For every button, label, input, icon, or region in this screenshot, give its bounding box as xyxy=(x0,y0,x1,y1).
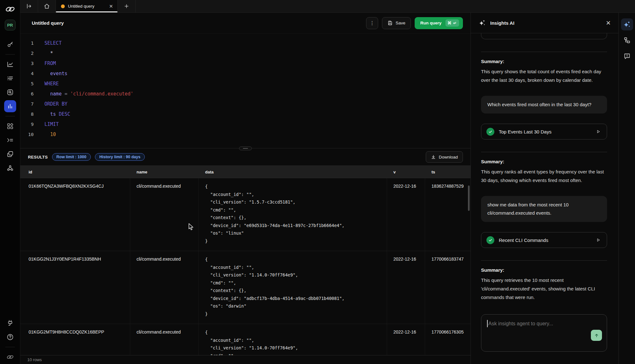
sql-token: LIMIT xyxy=(44,121,59,127)
save-label: Save xyxy=(396,21,405,25)
query-result-card[interactable]: Recent CLI Commands xyxy=(481,232,607,248)
summary-label: Summary: xyxy=(481,59,607,64)
query-icon[interactable] xyxy=(4,100,16,112)
logs-icon[interactable] xyxy=(4,72,16,84)
scrolled-card-bottom xyxy=(481,33,607,39)
run-query-label: Run query xyxy=(420,21,442,25)
sql-line: 1SELECT xyxy=(20,38,471,48)
integrations-icon[interactable] xyxy=(4,317,16,329)
insights-header: Insights AI ✕ xyxy=(471,13,618,33)
save-icon xyxy=(387,20,393,26)
sql-token: FROM xyxy=(44,61,56,66)
sql-code-line: LIMIT xyxy=(38,121,59,127)
summary-text: This query shows the total count of even… xyxy=(481,67,607,84)
sql-token: ts xyxy=(44,111,56,117)
tab-close-icon[interactable]: ✕ xyxy=(109,4,113,9)
sql-line: 4 events xyxy=(20,68,471,79)
conversation-divider xyxy=(481,52,607,52)
cell-data-json: { "account_id": "", "cli_version": "1.14… xyxy=(199,324,387,355)
cell-v: 2022-12-16 xyxy=(387,324,425,355)
table-row[interactable]: 01KGG2MT9H8H8CCDQ0ZK16BEPPcli/command.ex… xyxy=(20,324,471,355)
ask-agent-input[interactable]: Ask insights agent to query... xyxy=(481,314,607,352)
summary-label: Summary: xyxy=(481,159,607,164)
cell-ts: 1770066176305 xyxy=(425,324,471,355)
text-caret xyxy=(487,320,488,327)
schema-tree-tab-icon[interactable] xyxy=(621,34,633,46)
cell-data-json: { "account_id": "", "cli_version": "1.5.… xyxy=(199,178,387,251)
user-message: Which events fired most often in the las… xyxy=(481,96,607,114)
sql-token: DESC xyxy=(56,111,70,117)
query-result-label: Recent CLI Commands xyxy=(499,237,548,243)
user-message: show me data from the most recent 10 cli… xyxy=(481,196,607,222)
table-row[interactable]: 01KGG2N1J3Y0ENP1R4F1335BNHcli/command.ex… xyxy=(20,251,471,324)
results-label: RESULTS xyxy=(28,155,48,159)
sidebar-divider xyxy=(5,116,15,116)
line-number: 3 xyxy=(20,61,38,66)
conversation-divider xyxy=(481,260,607,261)
main-column: Untitled query ✕ Untitled query ⋮ xyxy=(20,0,635,364)
play-icon[interactable] xyxy=(596,129,600,134)
sql-editor[interactable]: 1SELECT2 *3FROM4 events5WHERE6 name = 'c… xyxy=(20,33,471,148)
line-number: 8 xyxy=(20,112,38,117)
line-number: 1 xyxy=(20,41,38,46)
play-icon[interactable] xyxy=(596,238,600,242)
insights-title: Insights AI xyxy=(490,20,514,26)
unsaved-dot-icon xyxy=(61,4,65,8)
sql-line: 7ORDER BY xyxy=(20,99,471,109)
tab-bar: Untitled query ✕ xyxy=(20,0,635,13)
query-result-label: Top Events Last 30 Days xyxy=(499,129,551,134)
run-shortcut-badge: ⌘ ↵ xyxy=(445,19,459,27)
query-workspace: Untitled query ⋮ Save xyxy=(20,13,471,364)
table-scrollbar[interactable] xyxy=(468,185,470,211)
workspace-badge[interactable]: PR xyxy=(5,20,16,30)
api-keys-icon[interactable] xyxy=(4,38,16,50)
sidebar-toggle-icon[interactable] xyxy=(20,0,38,12)
column-header-id[interactable]: id xyxy=(20,170,130,174)
conversation-divider xyxy=(481,152,607,152)
line-number: 10 xyxy=(20,132,38,137)
webhooks-icon[interactable] xyxy=(4,162,16,174)
apps-icon[interactable] xyxy=(4,120,16,132)
column-header-ts[interactable]: ts xyxy=(425,170,471,174)
query-result-card[interactable]: Top Events Last 30 Days xyxy=(481,124,607,140)
new-tab-button[interactable] xyxy=(118,0,136,12)
line-number: 7 xyxy=(20,101,38,107)
explore-icon[interactable] xyxy=(4,86,16,98)
summary-text: This query ranks all event types by freq… xyxy=(481,167,607,185)
column-header-name[interactable]: name xyxy=(130,170,199,174)
column-header-v[interactable]: v xyxy=(387,170,425,174)
sql-code-line: SELECT xyxy=(38,40,62,46)
terminal-icon[interactable] xyxy=(4,134,16,146)
history-limit-badge[interactable]: History limit : 90 days xyxy=(95,153,145,161)
table-row[interactable]: 01K66TQNZA3WFBQ8XN2KXSG4CJcli/command.ex… xyxy=(20,178,471,251)
help-icon[interactable] xyxy=(4,331,16,343)
cell-name: cli/command.executed xyxy=(130,324,199,355)
column-header-data[interactable]: data xyxy=(199,170,387,174)
insights-close-icon[interactable]: ✕ xyxy=(606,20,611,26)
cell-id: 01KGG2MT9H8H8CCDQ0ZK16BEPP xyxy=(20,324,130,355)
sql-code-line: 10 xyxy=(38,132,56,137)
trends-icon[interactable] xyxy=(4,58,16,70)
right-rail xyxy=(619,13,635,364)
feedback-tab-icon[interactable] xyxy=(621,50,633,62)
home-icon[interactable] xyxy=(38,0,56,12)
insights-ai-tab-icon[interactable] xyxy=(621,18,633,30)
line-number: 2 xyxy=(20,51,38,56)
save-button[interactable]: Save xyxy=(382,17,411,29)
more-options-button[interactable]: ⋮ xyxy=(366,17,378,29)
row-limit-badge[interactable]: Row limit : 1000 xyxy=(52,153,91,161)
line-number: 4 xyxy=(20,71,38,76)
insights-conversation: Summary:This query shows the total count… xyxy=(471,33,618,364)
send-button[interactable] xyxy=(591,330,602,341)
download-button[interactable]: Download xyxy=(426,151,463,163)
tab-untitled-query[interactable]: Untitled query ✕ xyxy=(56,0,118,12)
check-icon xyxy=(486,128,494,136)
summary-label: Summary: xyxy=(481,267,607,273)
resize-handle[interactable] xyxy=(239,146,252,150)
sql-line: 6 name = 'cli/command.executed' xyxy=(20,89,471,99)
sql-token: 10 xyxy=(44,132,56,137)
sql-code-line: ts DESC xyxy=(38,111,70,117)
sessions-icon[interactable] xyxy=(4,148,16,160)
editor-header: Untitled query ⋮ Save xyxy=(20,13,471,33)
run-query-button[interactable]: Run query ⌘ ↵ xyxy=(415,17,463,29)
